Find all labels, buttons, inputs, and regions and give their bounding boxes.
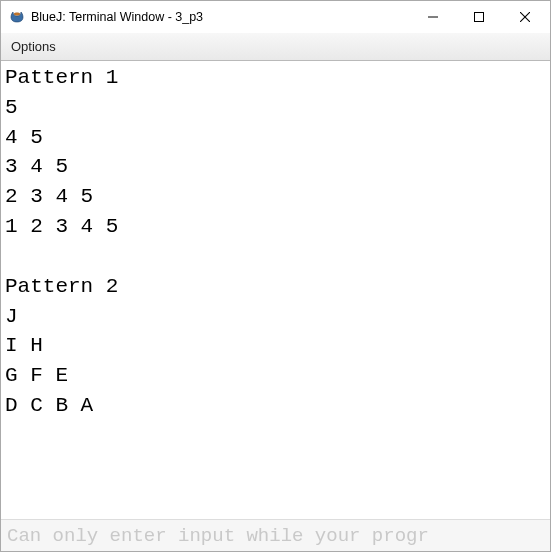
maximize-button[interactable] [456, 1, 502, 33]
minimize-button[interactable] [410, 1, 456, 33]
terminal-window: BlueJ: Terminal Window - 3_p3 Options Pa… [0, 0, 551, 552]
menu-options[interactable]: Options [11, 39, 56, 54]
svg-point-0 [14, 13, 20, 15]
menubar: Options [1, 33, 550, 61]
titlebar: BlueJ: Terminal Window - 3_p3 [1, 1, 550, 33]
terminal-output: Pattern 1 5 4 5 3 4 5 2 3 4 5 1 2 3 4 5 … [1, 61, 550, 519]
close-button[interactable] [502, 1, 548, 33]
window-title: BlueJ: Terminal Window - 3_p3 [31, 10, 410, 24]
window-controls [410, 1, 548, 33]
svg-rect-2 [475, 13, 484, 22]
terminal-input[interactable]: Can only enter input while your progr [1, 519, 550, 551]
app-icon [9, 9, 25, 25]
